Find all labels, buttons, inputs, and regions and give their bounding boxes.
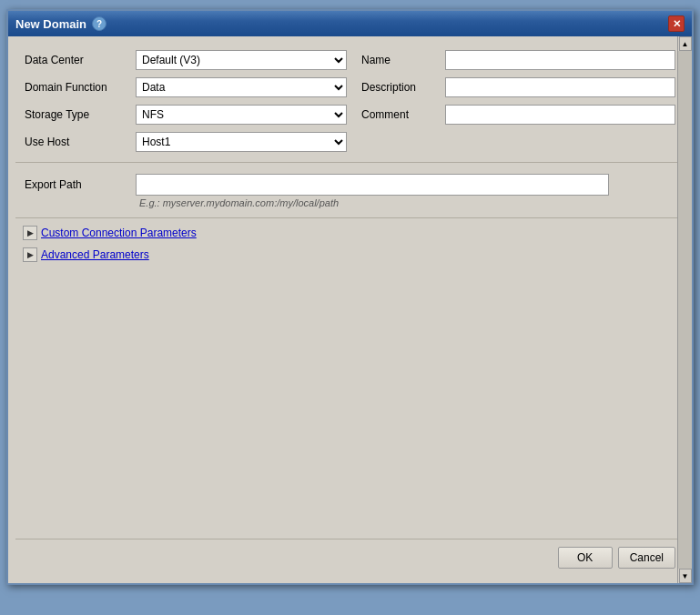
advanced-params-label: Advanced Parameters [41,248,149,261]
domain-function-row: Domain Function Data ISO Export Descript… [17,75,683,100]
dialog-body: Data Center Default (V3) Default (V2) No… [8,36,692,583]
use-host-label: Use Host [17,136,136,148]
custom-connection-expand-icon: ▶ [23,226,37,240]
description-input[interactable] [445,77,675,97]
advanced-params-expand-icon: ▶ [23,247,37,262]
scrollbar: ▲ ▼ [677,36,692,583]
domain-function-label: Domain Function [17,81,136,94]
domain-function-control: Data ISO Export [136,77,354,97]
name-control [445,50,683,70]
button-bar: OK Cancel [15,539,685,576]
data-center-label: Data Center [17,54,136,66]
scroll-track [678,51,692,569]
cancel-button[interactable]: Cancel [618,547,675,569]
export-path-control [136,174,609,196]
new-domain-dialog: New Domain ? ✕ ▲ ▼ Data Center Default (… [6,9,694,585]
separator-2 [15,217,685,218]
title-bar-left: New Domain ? [15,16,107,31]
domain-function-select[interactable]: Data ISO Export [136,77,347,97]
export-hint-row: E.g.: myserver.mydomain.com:/my/local/pa… [17,196,683,210]
content-area [15,266,685,539]
export-path-label: Export Path [17,178,136,191]
storage-type-control: NFS iSCSI FC POSIX [136,105,354,125]
export-path-section: Export Path E.g.: myserver.mydomain.com:… [15,166,685,214]
separator-1 [15,162,685,163]
export-path-row: Export Path [17,174,683,196]
dialog-title: New Domain [15,17,86,31]
storage-type-label: Storage Type [17,108,136,121]
scroll-down-button[interactable]: ▼ [679,569,692,583]
use-host-control: Host1 Host2 [136,132,354,152]
data-center-row: Data Center Default (V3) Default (V2) No… [17,47,683,73]
storage-type-select[interactable]: NFS iSCSI FC POSIX [136,105,347,125]
storage-type-row: Storage Type NFS iSCSI FC POSIX Comment [17,102,683,127]
scroll-up-button[interactable]: ▲ [679,36,692,51]
comment-label: Comment [354,108,445,121]
close-button[interactable]: ✕ [668,15,685,32]
use-host-row: Use Host Host1 Host2 [17,129,683,155]
custom-connection-section[interactable]: ▶ Custom Connection Parameters [15,222,685,244]
data-center-control: Default (V3) Default (V2) None [136,50,354,70]
comment-control [445,105,683,125]
comment-input[interactable] [445,105,675,125]
description-control [445,77,683,97]
advanced-params-section[interactable]: ▶ Advanced Parameters [15,244,685,266]
use-host-select[interactable]: Host1 Host2 [136,132,347,152]
custom-connection-label: Custom Connection Parameters [41,227,197,239]
description-label: Description [354,81,445,94]
ok-button[interactable]: OK [558,547,613,569]
export-hint: E.g.: myserver.mydomain.com:/my/local/pa… [136,196,342,210]
name-input[interactable] [445,50,675,70]
fields-area: Data Center Default (V3) Default (V2) No… [15,44,685,158]
title-bar: New Domain ? ✕ [8,11,692,36]
data-center-select[interactable]: Default (V3) Default (V2) None [136,50,347,70]
name-label: Name [354,54,445,66]
export-path-input[interactable] [136,174,609,196]
help-icon[interactable]: ? [92,16,107,31]
